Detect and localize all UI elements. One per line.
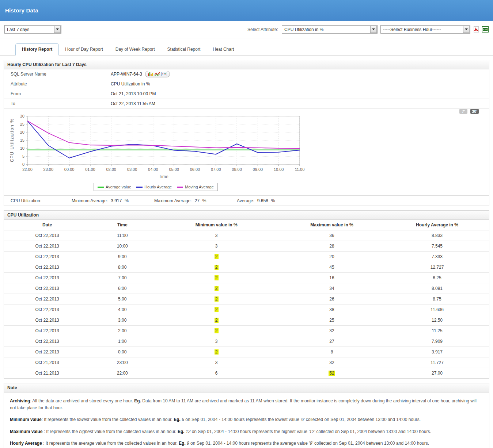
from-value: Oct 21, 2013 10:00 PM <box>111 91 156 96</box>
attribute-select[interactable]: CPU Utilization in % <box>282 25 378 34</box>
grid-view-icon[interactable] <box>162 72 167 76</box>
table-cell: 34 <box>278 283 385 294</box>
table-cell: Oct 21,2013 <box>4 357 90 368</box>
note-panel: Note Archiving: All the data are archive… <box>4 383 489 448</box>
note-paragraph: Hourly Average : It represents the avera… <box>10 440 483 447</box>
export-pdf-icon[interactable] <box>473 26 479 32</box>
chart-area: 7' 30' 05101520253022:0023:0000:0001:000… <box>4 109 489 195</box>
table-cell: 8.091 <box>385 283 489 294</box>
legend-item: Average value <box>98 185 131 189</box>
field-row-server: SQL Server Name APP-WIN7-64-3 <box>4 69 489 79</box>
note-title: Note <box>4 383 489 393</box>
table-row: Oct 22,201310:003287.545 <box>4 241 489 252</box>
table-cell: 12.727 <box>385 262 489 273</box>
chevron-down-icon <box>463 26 470 33</box>
chevron-down-icon <box>54 26 61 33</box>
stats-prefix: CPU Utilization: <box>4 198 72 203</box>
field-label: To <box>4 101 111 106</box>
stat-min-value: 3.917 <box>111 198 122 203</box>
table-cell: 3 <box>154 241 278 252</box>
table-cell: 11.636 <box>385 305 489 315</box>
table-row: Oct 22,20138:0024512.727 <box>4 262 489 273</box>
business-hour-select[interactable]: -----Select Business Hour------ <box>380 25 470 34</box>
table-cell: 2 <box>154 262 278 273</box>
table-cell: 12.50 <box>385 315 489 326</box>
table-cell: 5:00 <box>90 294 154 305</box>
table-cell: 6 <box>154 368 278 379</box>
table-cell: 2 <box>154 347 278 357</box>
table-cell: Oct 22,2013 <box>4 273 90 283</box>
chart-stats: CPU Utilization: Minimum Average: 3.917 … <box>4 195 489 206</box>
table-cell: 2 <box>154 315 278 326</box>
table-cell: 32 <box>278 326 385 336</box>
stat-maximum-average: Maximum Average: 27 % <box>154 198 237 203</box>
table-cell: 7.909 <box>385 336 489 347</box>
svg-text:25: 25 <box>20 122 24 126</box>
table-cell: 27 <box>278 336 385 347</box>
svg-text:10:00: 10:00 <box>274 167 284 172</box>
stat-avg-value: 9.658 <box>257 198 268 203</box>
table-cell: 4:00 <box>90 305 154 315</box>
table-cell: 26 <box>278 294 385 305</box>
export-csv-icon[interactable]: CSV <box>482 26 489 32</box>
table-cell: 10:00 <box>90 241 154 252</box>
cpu-utilization-table-panel: CPU Utilization DateTimeMinimum value in… <box>4 210 489 379</box>
column-header: Time <box>90 220 154 230</box>
chevron-down-icon <box>370 26 377 33</box>
table-cell: 7:00 <box>90 273 154 283</box>
tab-statistical-report[interactable]: Statistical Report <box>161 44 207 55</box>
svg-text:30: 30 <box>20 114 24 118</box>
zoom-7-days-button[interactable]: 7' <box>459 109 467 114</box>
table-row: Oct 22,20137:002166.25 <box>4 273 489 283</box>
chart-legend: Average valueHourly AverageMoving Averag… <box>94 183 218 191</box>
table-cell: 2 <box>154 294 278 305</box>
field-label: Attribute <box>4 81 111 87</box>
column-header: Minimum value in % <box>154 220 278 230</box>
to-value: Oct 22, 2013 11:55 AM <box>111 101 155 106</box>
table-row: Oct 22,20130:00283.917 <box>4 347 489 357</box>
table-row: Oct 22,20136:002348.091 <box>4 283 489 294</box>
svg-text:23:00: 23:00 <box>43 167 54 172</box>
table-row: Oct 22,20134:0023811.636 <box>4 305 489 315</box>
stat-minimum-average: Minimum Average: 3.917 % <box>72 198 154 203</box>
svg-text:22:00: 22:00 <box>22 167 33 172</box>
view-switcher[interactable] <box>145 71 170 77</box>
svg-text:01:00: 01:00 <box>85 167 95 172</box>
table-cell: 11.727 <box>385 357 489 368</box>
table-row: Oct 22,201311:003368.833 <box>4 230 489 241</box>
tab-heat-chart[interactable]: Heat Chart <box>206 44 240 55</box>
cpu-utilization-table: DateTimeMinimum value in %Maximum value … <box>4 220 489 378</box>
select-attribute-label: Select Attribute: <box>247 27 278 32</box>
svg-text:08:00: 08:00 <box>232 167 242 172</box>
period-select[interactable]: Last 7 days <box>4 25 61 34</box>
svg-text:09:00: 09:00 <box>253 167 263 172</box>
table-cell: 20 <box>278 252 385 262</box>
table-cell: 8.833 <box>385 230 489 241</box>
tab-hour-of-day-report[interactable]: Hour of Day Report <box>59 44 109 55</box>
bar-chart-icon[interactable] <box>148 72 153 76</box>
line-chart-icon[interactable] <box>155 72 160 76</box>
table-cell: 3 <box>154 336 278 347</box>
tab-day-of-week-report[interactable]: Day of Week Report <box>109 44 161 55</box>
zoom-30-days-button[interactable]: 30' <box>470 109 479 114</box>
svg-text:20: 20 <box>20 130 24 134</box>
svg-text:11:00: 11:00 <box>295 167 305 172</box>
tab-history-report[interactable]: History Report <box>15 43 59 55</box>
legend-swatch <box>177 187 183 188</box>
table-cell: Oct 22,2013 <box>4 294 90 305</box>
table-cell: Oct 22,2013 <box>4 315 90 326</box>
table-cell: 3:00 <box>90 315 154 326</box>
svg-text:CSV: CSV <box>483 28 488 31</box>
table-row: Oct 22,20133:0022512.50 <box>4 315 489 326</box>
field-row-to: To Oct 22, 2013 11:55 AM <box>4 99 489 109</box>
field-label: SQL Server Name <box>4 72 111 77</box>
note-paragraph: Archiving: All the data are archived and… <box>10 398 483 411</box>
table-cell: Oct 22,2013 <box>4 241 90 252</box>
table-cell: 2 <box>154 283 278 294</box>
report-title: Hourly CPU Utilization for Last 7 Days <box>4 60 489 69</box>
table-cell: 45 <box>278 262 385 273</box>
table-row: Oct 22,20135:002268.75 <box>4 294 489 305</box>
table-cell: 7.333 <box>385 252 489 262</box>
legend-item: Hourly Average <box>136 185 172 189</box>
legend-item: Moving Average <box>177 185 214 189</box>
